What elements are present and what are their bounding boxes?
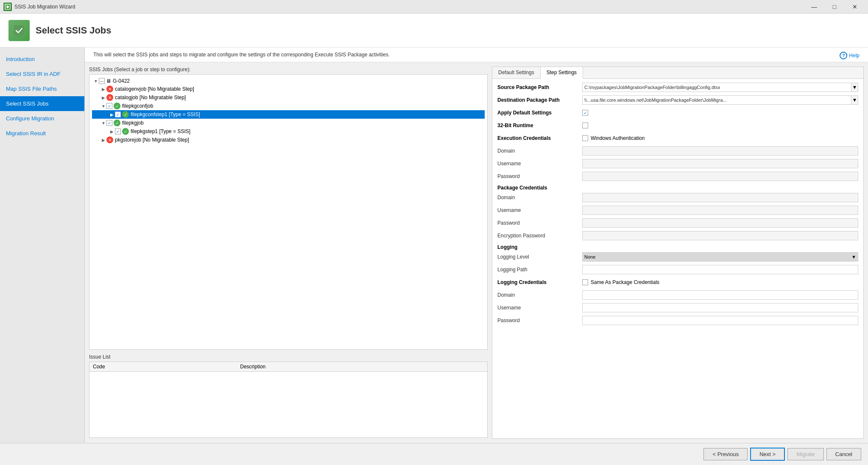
help-label: Help bbox=[849, 53, 860, 58]
tree-node-filepkgconfjob[interactable]: ▼ ✓ filepkgconfjob bbox=[92, 102, 485, 110]
tree-node-catalogenvjob[interactable]: ▶ ✕ catalogenvjob [No Migratable Step] bbox=[92, 85, 485, 93]
next-button[interactable]: Next > bbox=[750, 448, 785, 461]
issues-table-element: Code Description bbox=[89, 362, 487, 372]
left-panel: SSIS Jobs (Select a job or step to confi… bbox=[89, 67, 488, 439]
exec-domain-input[interactable] bbox=[582, 146, 858, 156]
dropdown-arrow-icon: ▼ bbox=[851, 254, 856, 259]
pkg-domain-row: Domain bbox=[497, 192, 858, 203]
help-button[interactable]: ? Help bbox=[840, 52, 860, 59]
apply-default-checkbox[interactable] bbox=[582, 110, 588, 116]
dest-package-path-row: Destination Package Path \\...usa.file.c… bbox=[497, 95, 858, 105]
32bit-row: 32-Bit Runtime bbox=[497, 120, 858, 131]
sidebar-item-map-paths[interactable]: Map SSIS File Paths bbox=[0, 81, 84, 96]
enc-password-input[interactable] bbox=[582, 231, 858, 240]
expand-filepkgjob[interactable]: ▼ bbox=[100, 120, 106, 126]
pkg-password-row: Password bbox=[497, 218, 858, 228]
sidebar-item-introduction[interactable]: Introduction bbox=[0, 52, 84, 67]
tab-default-settings[interactable]: Default Settings bbox=[492, 67, 541, 78]
dest-path-scrollbar[interactable]: ▼ bbox=[851, 95, 858, 105]
sidebar-item-select-jobs[interactable]: Select SSIS Jobs bbox=[0, 96, 84, 111]
close-button[interactable]: ✕ bbox=[845, 0, 865, 14]
right-panel: Default Settings Step Settings Source Pa… bbox=[492, 67, 864, 439]
pkg-creds-header: Package Credentials bbox=[497, 185, 858, 191]
apply-default-label: Apply Default Settings bbox=[497, 110, 582, 116]
source-package-path-row: Source Package Path C:\mypackages\JobMig… bbox=[497, 82, 858, 92]
exec-username-input[interactable] bbox=[582, 159, 858, 168]
expand-pkgstorejob[interactable]: ▶ bbox=[100, 137, 106, 143]
checkbox-filepkgstep1[interactable] bbox=[115, 128, 121, 134]
pkg-password-input[interactable] bbox=[582, 218, 858, 228]
log-domain-label: Domain bbox=[497, 292, 582, 298]
issues-col-code: Code bbox=[89, 362, 237, 372]
tree-node-filepkgstep1[interactable]: ▶ ✓ filepkgstep1 [Type = SSIS] bbox=[92, 127, 485, 136]
minimize-button[interactable]: — bbox=[804, 0, 824, 14]
logging-level-row: Logging Level None ▼ bbox=[497, 252, 858, 262]
tab-step-settings[interactable]: Step Settings bbox=[541, 67, 583, 79]
migrate-button[interactable]: Migrate bbox=[787, 448, 823, 460]
same-as-pkg-checkbox[interactable] bbox=[582, 279, 588, 285]
sidebar-item-select-ssis-ir[interactable]: Select SSIS IR in ADF bbox=[0, 67, 84, 81]
jobs-panel-label: SSIS Jobs (Select a job or step to confi… bbox=[89, 67, 488, 72]
checkbox-filepkgconfjob[interactable] bbox=[106, 103, 112, 109]
log-domain-row: Domain bbox=[497, 290, 858, 300]
body: Introduction Select SSIS IR in ADF Map S… bbox=[0, 47, 868, 443]
maximize-button[interactable]: □ bbox=[825, 0, 844, 14]
log-password-input[interactable] bbox=[582, 316, 858, 325]
pkg-domain-input[interactable] bbox=[582, 193, 858, 202]
same-as-pkg-label: Same As Package Credentials bbox=[591, 279, 659, 285]
checkbox-root[interactable] bbox=[99, 78, 105, 84]
issues-table[interactable]: Code Description bbox=[89, 362, 488, 438]
workspace: SSIS Jobs (Select a job or step to confi… bbox=[85, 62, 868, 443]
tree-node-filepkgjob[interactable]: ▼ ✓ filepkgjob bbox=[92, 119, 485, 127]
logging-path-input[interactable] bbox=[582, 265, 858, 274]
node-label-catalogenvjob: catalogenvjob [No Migratable Step] bbox=[115, 86, 194, 92]
expand-filepkgconfstep1[interactable]: ▶ bbox=[109, 111, 115, 117]
expand-catalogjob[interactable]: ▶ bbox=[100, 95, 106, 100]
32bit-checkbox[interactable] bbox=[582, 123, 588, 128]
log-domain-input[interactable] bbox=[582, 290, 858, 300]
source-package-path-input[interactable]: C:\mypackages\JobMigrationPackageFolder\… bbox=[582, 83, 851, 92]
exec-creds-label: Execution Credentials bbox=[497, 135, 582, 141]
issues-col-desc: Description bbox=[237, 362, 487, 372]
dest-package-path-input[interactable]: \\...usa.file.core.windows.net\JobMigrat… bbox=[582, 95, 851, 105]
sidebar-item-configure[interactable]: Configure Migration bbox=[0, 111, 84, 126]
log-username-input[interactable] bbox=[582, 303, 858, 312]
previous-button[interactable]: < Previous bbox=[703, 448, 748, 460]
status-icon-pkgstorejob: ✕ bbox=[106, 136, 113, 143]
checkbox-filepkgjob[interactable] bbox=[106, 120, 112, 126]
checkbox-filepkgconfstep1[interactable] bbox=[115, 111, 121, 117]
pkg-username-input[interactable] bbox=[582, 206, 858, 215]
exec-domain-label: Domain bbox=[497, 148, 582, 154]
svg-rect-1 bbox=[14, 25, 24, 36]
source-package-path-label: Source Package Path bbox=[497, 84, 582, 90]
windows-auth-checkbox[interactable] bbox=[582, 135, 588, 141]
pkg-domain-label: Domain bbox=[497, 195, 582, 200]
tree-node-catalogjob[interactable]: ▶ ✕ catalogjob [No Migratable Step] bbox=[92, 93, 485, 102]
cancel-button[interactable]: Cancel bbox=[826, 448, 861, 460]
pkg-password-label: Password bbox=[497, 220, 582, 226]
expand-catalogenvjob[interactable]: ▶ bbox=[100, 86, 106, 92]
app-icon bbox=[3, 3, 12, 11]
expand-filepkgstep1[interactable]: ▶ bbox=[109, 128, 115, 134]
windows-auth-row: Windows Authentication bbox=[582, 135, 645, 141]
tree-node-filepkgconfstep1[interactable]: ▶ ✓ filepkgconfstep1 [Type = SSIS] bbox=[92, 110, 485, 119]
expand-root[interactable]: ▼ bbox=[93, 78, 99, 84]
source-path-scrollbar[interactable]: ▼ bbox=[851, 83, 858, 92]
logging-level-dropdown[interactable]: None ▼ bbox=[582, 252, 858, 262]
sidebar-item-result[interactable]: Migration Result bbox=[0, 126, 84, 141]
pkg-username-row: Username bbox=[497, 205, 858, 215]
description-bar: This will select the SSIS jobs and steps… bbox=[85, 47, 868, 62]
exec-password-input[interactable] bbox=[582, 172, 858, 181]
tree-node-pkgstorejob[interactable]: ▶ ✕ pkgstorejob [No Migratable Step] bbox=[92, 136, 485, 144]
expand-filepkgconfjob[interactable]: ▼ bbox=[100, 103, 106, 109]
page-header: Select SSIS Jobs bbox=[0, 14, 868, 47]
jobs-tree[interactable]: ▼ 🖥 G-0422 ▶ ✕ catalogenvjob [No Migrata… bbox=[89, 74, 488, 350]
help-circle-icon: ? bbox=[840, 52, 847, 59]
exec-creds-row: Execution Credentials Windows Authentica… bbox=[497, 133, 858, 143]
log-password-row: Password bbox=[497, 315, 858, 326]
apply-default-row: Apply Default Settings bbox=[497, 108, 858, 118]
exec-domain-row: Domain bbox=[497, 146, 858, 156]
tree-node-root[interactable]: ▼ 🖥 G-0422 bbox=[92, 77, 485, 85]
log-username-label: Username bbox=[497, 305, 582, 311]
window-controls: — □ ✕ bbox=[804, 0, 865, 14]
